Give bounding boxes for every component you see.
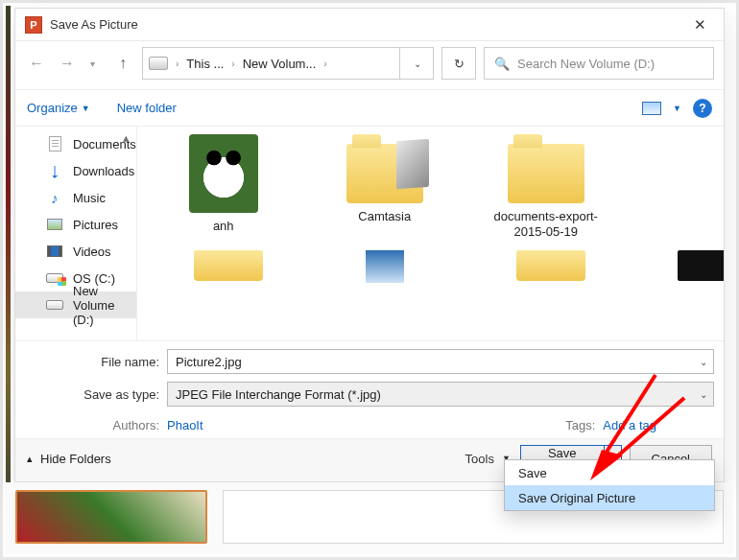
tree-item-downloads[interactable]: ⭣ Downloads <box>15 157 136 184</box>
chevron-down-icon: ▼ <box>673 104 681 113</box>
tree-item-label: Music <box>73 191 106 205</box>
tree-item-label: Videos <box>73 245 111 259</box>
breadcrumb-sep-icon: › <box>229 58 236 69</box>
view-mode-button[interactable] <box>642 102 661 115</box>
folder-partial-icon <box>194 250 263 281</box>
breadcrumb-sep-icon: › <box>322 58 328 69</box>
download-icon: ⭣ <box>46 163 63 178</box>
search-icon: 🔍 <box>494 57 510 71</box>
file-name-value: Picture2.jpg <box>176 355 242 369</box>
chevron-up-icon: ▴ <box>27 453 33 465</box>
tags-value[interactable]: Add a tag <box>603 418 656 432</box>
folder-partial-icon <box>516 250 585 281</box>
folder-camtasia[interactable]: Camtasia <box>327 144 442 241</box>
document-icon <box>46 136 63 152</box>
tree-item-videos[interactable]: Videos <box>15 238 136 265</box>
file-name-label: File name: <box>25 355 159 369</box>
window-title: Save As Picture <box>50 17 685 32</box>
nav-row: ← → ▾ ↑ › This ... › New Volum... › ⌄ ↻ … <box>15 41 724 90</box>
drive-icon <box>46 270 63 286</box>
forward-button[interactable]: → <box>56 52 79 75</box>
tree-item-label: Downloads <box>73 164 134 178</box>
folder-anh[interactable]: anh <box>166 144 281 241</box>
menu-item-save-original[interactable]: Save Original Picture <box>505 485 714 510</box>
new-folder-button[interactable]: New folder <box>117 101 177 115</box>
hide-folders-label: Hide Folders <box>40 452 111 466</box>
tree-scroll-up-icon[interactable]: ▴ <box>121 130 132 144</box>
search-placeholder: Search New Volume (D:) <box>517 57 655 71</box>
save-fields: File name: Picture2.jpg ⌄ Save as type: … <box>15 340 724 438</box>
file-grid[interactable]: anh Camtasia documents-export-2015-05-19 <box>137 127 724 340</box>
hide-folders-toggle[interactable]: ▴ Hide Folders <box>27 452 111 466</box>
folder-documents-export[interactable]: documents-export-2015-05-19 <box>489 144 604 241</box>
tree-item-music[interactable]: ♪ Music <box>15 184 136 211</box>
folder-partial-icon <box>366 250 404 283</box>
chevron-down-icon: ▼ <box>82 104 90 113</box>
save-type-value: JPEG File Interchange Format (*.jpg) <box>176 387 381 402</box>
folder-icon <box>508 144 584 203</box>
breadcrumb-bar[interactable]: › This ... › New Volum... › ⌄ <box>142 47 434 80</box>
breadcrumb-dropdown[interactable]: ⌄ <box>399 47 434 80</box>
organize-label: Organize <box>27 101 78 115</box>
tags-label: Tags: <box>565 418 595 432</box>
folder-tree: ▴ Documents ⭣ Downloads ♪ Music Pictures <box>15 127 137 340</box>
chevron-down-icon[interactable]: ⌄ <box>700 357 707 367</box>
picture-icon <box>46 217 63 232</box>
tree-item-documents[interactable]: Documents <box>15 130 136 157</box>
save-as-dialog: P Save As Picture ✕ ← → ▾ ↑ › This ... ›… <box>14 8 725 482</box>
tree-item-new-volume-d[interactable]: New Volume (D:) <box>15 292 136 318</box>
back-button[interactable]: ← <box>25 52 48 75</box>
drive-icon <box>46 297 63 313</box>
titlebar: P Save As Picture ✕ <box>15 9 724 41</box>
file-name-input[interactable]: Picture2.jpg ⌄ <box>167 349 714 374</box>
folder-thumbnail <box>189 134 258 213</box>
save-type-label: Save as type: <box>25 387 159 402</box>
authors-label: Authors: <box>25 418 159 432</box>
tree-item-label: New Volume (D:) <box>73 284 136 327</box>
background-edge <box>6 6 11 554</box>
help-button[interactable]: ? <box>693 99 712 118</box>
tools-label: Tools <box>465 452 494 466</box>
app-icon: P <box>25 16 42 34</box>
up-button[interactable]: ↑ <box>111 52 134 75</box>
recent-dropdown[interactable]: ▾ <box>81 52 104 75</box>
chevron-down-icon[interactable]: ⌄ <box>700 389 707 400</box>
refresh-button[interactable]: ↻ <box>441 47 476 80</box>
dialog-body: ▴ Documents ⭣ Downloads ♪ Music Pictures <box>15 127 724 340</box>
save-type-select[interactable]: JPEG File Interchange Format (*.jpg) ⌄ <box>167 382 714 407</box>
breadcrumb-folder[interactable]: New Volum... <box>243 57 317 71</box>
folder-icon <box>346 144 423 203</box>
folder-label: Camtasia <box>358 209 411 224</box>
tree-item-pictures[interactable]: Pictures <box>15 211 136 238</box>
slide-thumbnail <box>15 490 207 544</box>
save-dropdown-menu: Save Save Original Picture <box>504 459 715 511</box>
drive-icon <box>149 57 168 70</box>
organize-menu[interactable]: Organize ▼ <box>27 101 90 115</box>
close-button[interactable]: ✕ <box>685 13 714 36</box>
toolbar: Organize ▼ New folder ▼ ? <box>15 90 724 127</box>
video-icon <box>46 244 63 259</box>
folder-label: anh <box>213 219 234 234</box>
menu-item-save[interactable]: Save <box>505 460 714 485</box>
authors-value[interactable]: PhaoIt <box>167 418 203 432</box>
folder-label: documents-export-2015-05-19 <box>489 209 604 241</box>
breadcrumb-sep-icon: › <box>174 58 180 69</box>
search-input[interactable]: 🔍 Search New Volume (D:) <box>484 47 714 80</box>
breadcrumb-root[interactable]: This ... <box>186 57 224 71</box>
music-icon: ♪ <box>46 190 63 205</box>
tree-item-label: Pictures <box>73 218 118 232</box>
folder-partial-icon <box>678 250 724 281</box>
